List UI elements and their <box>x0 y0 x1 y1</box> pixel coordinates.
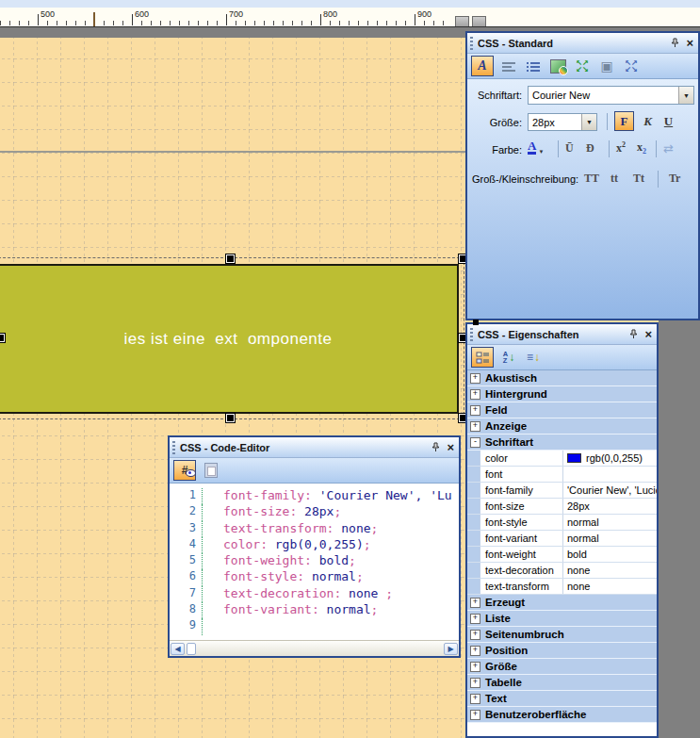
pin-icon[interactable] <box>629 329 638 339</box>
categorized-view-icon[interactable] <box>471 347 494 368</box>
app-window: 500 600 700 800 900 ies ist eine ext omp… <box>0 0 700 738</box>
code-line[interactable]: 5font-weight: bold; <box>170 553 459 569</box>
category-row-anzeige[interactable]: +Anzeige <box>467 418 657 435</box>
sort-alphabetical-icon[interactable]: AZ↓ <box>499 348 518 367</box>
text-direction-icon[interactable]: ⇄ <box>663 141 674 156</box>
scroll-left-icon[interactable]: ◀ <box>171 643 185 655</box>
smallcaps-button[interactable]: Tr <box>669 172 680 186</box>
category-row-feld[interactable]: +Feld <box>467 402 657 418</box>
bold-button[interactable]: F <box>614 111 634 131</box>
close-icon[interactable]: × <box>686 39 693 48</box>
property-row-font-style: font-stylenormal <box>467 515 657 531</box>
background-image-icon[interactable] <box>548 57 567 75</box>
property-row-font-weight: font-weightbold <box>467 547 657 563</box>
chevron-down-icon[interactable]: ▼ <box>538 149 544 155</box>
grip-icon <box>470 37 473 50</box>
category-row-seitenumbruch[interactable]: +Seitenumbruch <box>467 627 657 643</box>
expand-icon[interactable]: + <box>470 710 480 720</box>
font-size-select[interactable]: 28px ▼ <box>528 113 597 131</box>
panel-css-code-editor: CSS - Code-Editor × # 1font-family: 'Cou… <box>168 435 461 658</box>
scrollbar-thumb[interactable] <box>187 643 196 655</box>
code-line[interactable]: 8font-variant: normal; <box>170 602 459 618</box>
selection-handle-top[interactable] <box>226 254 235 263</box>
category-row-erzeugt[interactable]: +Erzeugt <box>467 595 657 611</box>
ruler-label: 600 <box>135 9 149 19</box>
border-icon[interactable]: ▣ <box>597 57 616 75</box>
category-row-hintergrund[interactable]: +Hintergrund <box>467 386 657 402</box>
horizontal-ruler: 500 600 700 800 900 <box>0 8 700 26</box>
font-settings-icon[interactable]: A <box>471 56 494 76</box>
code-editor-titlebar[interactable]: CSS - Code-Editor × <box>170 437 459 458</box>
expand-icon[interactable]: + <box>470 421 480 432</box>
eigenschaften-titlebar[interactable]: CSS - Eigenschaften × <box>467 324 657 345</box>
ruler-label: 800 <box>323 9 337 19</box>
paragraph-align-icon[interactable] <box>499 57 518 75</box>
code-line[interactable]: 7text-decoration: none ; <box>170 586 459 602</box>
sort-list-icon[interactable]: ≡↓ <box>524 348 543 367</box>
underline-button[interactable]: U <box>659 111 678 131</box>
close-icon[interactable]: × <box>644 330 652 339</box>
chevron-down-icon[interactable]: ▼ <box>581 114 596 130</box>
subscript-button[interactable]: x2 <box>637 140 646 156</box>
category-row-position[interactable]: +Position <box>467 643 657 659</box>
italic-button[interactable]: K <box>638 111 658 131</box>
uppercase-button[interactable]: TT <box>584 172 599 186</box>
superscript-button[interactable]: x2 <box>616 140 626 156</box>
category-row-akustisch[interactable]: +Akustisch <box>467 370 657 386</box>
expand-icon[interactable]: + <box>470 678 480 688</box>
margins-icon[interactable]: ↖↗↙↘ <box>573 57 592 75</box>
expand-icon[interactable]: + <box>470 694 480 704</box>
category-row-groesse[interactable]: +Größe <box>467 659 657 675</box>
expand-icon[interactable]: + <box>470 630 480 640</box>
code-line[interactable]: 2font-size: 28px; <box>170 504 459 520</box>
strikethrough-button[interactable]: Đ <box>586 141 594 156</box>
property-grid: +Akustisch +Hintergrund +Feld +Anzeige -… <box>467 370 657 736</box>
pin-icon[interactable] <box>671 38 679 48</box>
horizontal-scrollbar[interactable]: ◀ ▶ <box>170 640 459 656</box>
scroll-right-icon[interactable]: ▶ <box>444 643 458 655</box>
selection-handle[interactable] <box>473 320 479 325</box>
category-row-text[interactable]: +Text <box>467 691 657 707</box>
category-row-schriftart[interactable]: -Schriftart <box>467 435 657 451</box>
property-row-color: colorrgb(0,0,255) <box>467 451 657 467</box>
text-component[interactable]: ies ist eine ext omponente <box>0 264 459 414</box>
show-numbers-preview-icon[interactable]: # <box>173 460 196 481</box>
code-line[interactable]: 1font-family: 'Courier New', 'Lu <box>170 488 459 504</box>
lowercase-button[interactable]: tt <box>610 172 618 186</box>
copy-code-icon[interactable] <box>202 461 220 480</box>
selection-handle-left[interactable] <box>0 334 5 342</box>
expand-icon[interactable]: + <box>470 373 480 384</box>
code-line[interactable]: 9 <box>170 618 459 634</box>
font-color-button[interactable]: A ▼ <box>528 139 544 155</box>
category-row-benutzeroberflaeche[interactable]: +Benutzeroberfläche <box>467 707 657 723</box>
color-swatch <box>567 453 581 463</box>
expand-icon[interactable]: + <box>470 405 480 416</box>
expand-icon[interactable]: + <box>470 646 480 656</box>
code-editor-text[interactable]: 1font-family: 'Courier New', 'Lu 2font-s… <box>170 484 459 640</box>
code-line[interactable]: 4color: rgb(0,0,255); <box>170 537 459 553</box>
standard-toolbar: A ↖↗↙↘ ▣ ↖↗↙↘ <box>467 54 698 79</box>
chevron-down-icon[interactable]: ▼ <box>678 87 693 104</box>
close-icon[interactable]: × <box>447 443 454 452</box>
collapse-icon[interactable]: - <box>470 437 480 448</box>
position-icon[interactable]: ↖↗↙↘ <box>622 57 641 75</box>
capitalize-button[interactable]: Tt <box>633 172 644 186</box>
expand-icon[interactable]: + <box>470 389 480 400</box>
property-row-text-decoration: text-decorationnone <box>467 563 657 579</box>
code-line[interactable]: 3text-transform: none; <box>170 521 459 537</box>
pin-icon[interactable] <box>431 442 440 452</box>
category-row-liste[interactable]: +Liste <box>467 611 657 627</box>
standard-titlebar[interactable]: CSS - Standard × <box>467 33 698 54</box>
category-row-tabelle[interactable]: +Tabelle <box>467 675 657 691</box>
eigenschaften-toolbar: AZ↓ ≡↓ <box>467 345 657 370</box>
font-family-select[interactable]: Courier New ▼ <box>528 86 694 105</box>
font-size-label: Größe: <box>469 117 522 128</box>
expand-icon[interactable]: + <box>470 614 480 624</box>
ruler-label: 500 <box>41 9 55 19</box>
code-line[interactable]: 6font-style: normal; <box>170 569 459 585</box>
list-style-icon[interactable] <box>524 57 543 75</box>
selection-handle-bottom[interactable] <box>226 414 235 422</box>
expand-icon[interactable]: + <box>470 662 480 672</box>
overline-button[interactable]: Ū <box>565 141 574 156</box>
expand-icon[interactable]: + <box>470 598 480 608</box>
